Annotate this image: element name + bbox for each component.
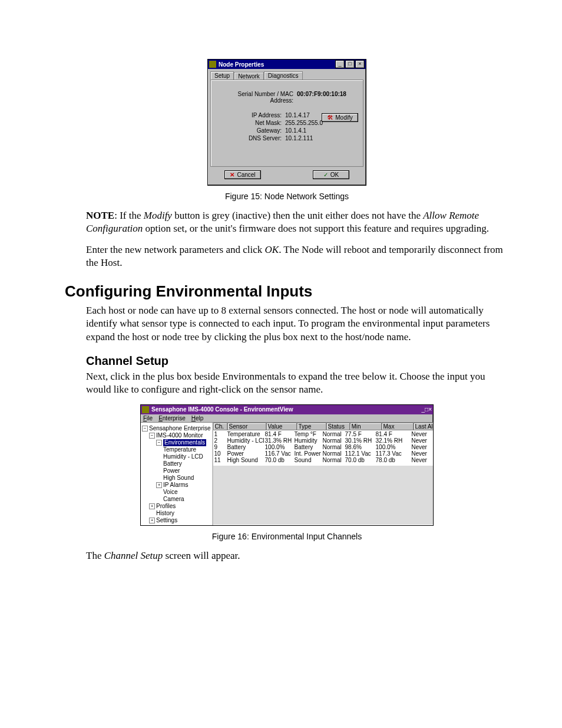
expand-icon[interactable]: − <box>149 433 155 439</box>
cell: Battery <box>226 444 264 450</box>
cell: Never <box>405 450 433 457</box>
tree-monitor[interactable]: IMS-4000 Monitor <box>156 432 203 439</box>
table-row[interactable]: 10Power116.7 VacInt. PowerNormal112.1 Va… <box>213 450 433 457</box>
gateway-row: Gateway: 10.1.4.1 <box>217 127 357 134</box>
table-pane: Ch. Sensor Value Type Status Min Max Las… <box>213 423 433 525</box>
maximize-button[interactable]: □ <box>345 60 355 68</box>
final-channel-setup: Channel Setup <box>104 550 163 561</box>
cell: 81.4 F <box>264 431 293 437</box>
tree-camera[interactable]: Camera <box>163 496 184 503</box>
menu-help[interactable]: Help <box>191 415 204 421</box>
node-properties-dialog: Node Properties _ □ × Setup Network Diag… <box>207 59 366 186</box>
expand-icon[interactable]: + <box>156 482 162 488</box>
cell: Normal <box>322 444 344 450</box>
cell: 98.6% <box>344 444 375 450</box>
ip-label: IP Address: <box>217 112 285 118</box>
col-last-alarm[interactable]: Last Alarm <box>414 423 433 430</box>
env-titlebar: Sensaphone IMS-4000 Console - Environmen… <box>141 405 433 414</box>
expand-icon[interactable]: + <box>149 518 155 523</box>
col-sensor[interactable]: Sensor <box>227 423 266 430</box>
close-button[interactable]: × <box>428 406 432 413</box>
cell: Temp °F <box>293 431 322 437</box>
cell: 11 <box>213 457 226 463</box>
tree-history[interactable]: History <box>156 510 174 517</box>
cell: 2 <box>213 437 226 444</box>
tree-profiles[interactable]: Profiles <box>156 503 176 510</box>
col-min[interactable]: Min <box>350 423 382 430</box>
menu-file[interactable]: File <box>143 415 153 421</box>
cell: 32.1% RH <box>375 437 405 444</box>
cell: 31.3% RH <box>264 437 293 444</box>
gateway-label: Gateway: <box>217 127 285 134</box>
figure-16-caption: Figure 16: Environmental Input Channels <box>65 532 509 541</box>
tree-highsound[interactable]: High Sound <box>163 475 194 482</box>
enter-paragraph: Enter the new network parameters and cli… <box>86 243 509 269</box>
tree-power[interactable]: Power <box>163 467 180 475</box>
expand-icon[interactable]: − <box>142 426 148 431</box>
cell: 9 <box>213 444 226 450</box>
col-type[interactable]: Type <box>297 423 326 430</box>
final-text-1: The <box>86 550 104 561</box>
final-paragraph: The Channel Setup screen will appear. <box>86 549 509 562</box>
cell: 10 <box>213 450 226 457</box>
minimize-button[interactable]: _ <box>335 60 345 68</box>
table-body: 1Temperature81.4 FTemp °FNormal77.5 F81.… <box>213 430 433 525</box>
tree-battery[interactable]: Battery <box>163 460 182 467</box>
cell: High Sound <box>226 457 264 463</box>
col-max[interactable]: Max <box>382 423 414 430</box>
app-icon <box>142 406 149 413</box>
cell: Never <box>405 457 433 463</box>
cell: Power <box>226 450 264 457</box>
subsection-paragraph: Next, click in the plus box beside Envir… <box>86 370 509 396</box>
cell: 117.3 Vac <box>375 450 405 457</box>
table-row[interactable]: 1Temperature81.4 FTemp °FNormal77.5 F81.… <box>213 431 433 437</box>
table-row[interactable]: 11High Sound70.0 dbSoundNormal70.0 db78.… <box>213 457 433 463</box>
cell: 100.0% <box>375 444 405 450</box>
cell: Sound <box>293 457 322 463</box>
tree-root[interactable]: Sensaphone Enterprise <box>149 425 211 432</box>
expand-icon[interactable]: + <box>149 503 155 509</box>
table-row[interactable]: 2Humidity - LCD31.3% RHHumidityNormal30.… <box>213 437 433 444</box>
menu-enterprise[interactable]: Enterprise <box>158 415 186 421</box>
tree-ip-alarms[interactable]: IP Alarms <box>163 482 189 489</box>
serial-value: 00:07:F9:00:10:18 <box>297 91 357 104</box>
dns-value: 10.1.2.111 <box>285 135 357 141</box>
tree-settings[interactable]: Settings <box>156 517 177 524</box>
tree-environmentals[interactable]: Environmentals <box>163 439 206 446</box>
figure-15: Node Properties _ □ × Setup Network Diag… <box>65 59 509 186</box>
modify-button[interactable]: 🛠 Modify <box>322 113 358 122</box>
tree-voice[interactable]: Voice <box>163 489 177 496</box>
cell: Battery <box>293 444 322 450</box>
ok-button[interactable]: ✓ OK <box>313 170 349 179</box>
tree-humidity[interactable]: Humidity - LCD <box>163 453 203 460</box>
ok-icon: ✓ <box>323 172 328 178</box>
cell: 116.7 Vac <box>264 450 293 457</box>
mask-label: Net Mask: <box>217 120 285 126</box>
cell: Normal <box>322 431 344 437</box>
expand-icon[interactable]: − <box>156 440 162 446</box>
tree-temperature[interactable]: Temperature <box>163 446 196 453</box>
env-title: Sensaphone IMS-4000 Console - Environmen… <box>151 406 422 413</box>
cancel-button[interactable]: ✕ Cancel <box>224 170 261 179</box>
cell: Humidity <box>293 437 322 444</box>
section-heading: Configuring Environmental Inputs <box>65 282 509 301</box>
cell: 70.0 db <box>264 457 293 463</box>
dialog-title: Node Properties <box>219 61 335 68</box>
col-status[interactable]: Status <box>326 423 350 430</box>
close-button[interactable]: × <box>355 60 365 68</box>
tree-pane: −Sensaphone Enterprise −IMS-4000 Monitor… <box>141 423 213 525</box>
table-header: Ch. Sensor Value Type Status Min Max Las… <box>213 423 433 430</box>
cell: 100.0% <box>264 444 293 450</box>
subsection-heading: Channel Setup <box>86 354 509 368</box>
cell: Never <box>405 437 433 444</box>
enter-text-1: Enter the new network parameters and cli… <box>86 244 265 255</box>
col-value[interactable]: Value <box>266 423 297 430</box>
ok-label: OK <box>330 172 339 178</box>
tab-setup[interactable]: Setup <box>210 71 234 80</box>
table-row[interactable]: 9Battery100.0%BatteryNormal98.6%100.0%Ne… <box>213 444 433 450</box>
environment-window: Sensaphone IMS-4000 Console - Environmen… <box>140 404 434 526</box>
cell: 112.1 Vac <box>344 450 375 457</box>
modify-label: Modify <box>335 114 352 121</box>
tab-diagnostics[interactable]: Diagnostics <box>264 71 303 80</box>
col-ch[interactable]: Ch. <box>213 423 227 430</box>
